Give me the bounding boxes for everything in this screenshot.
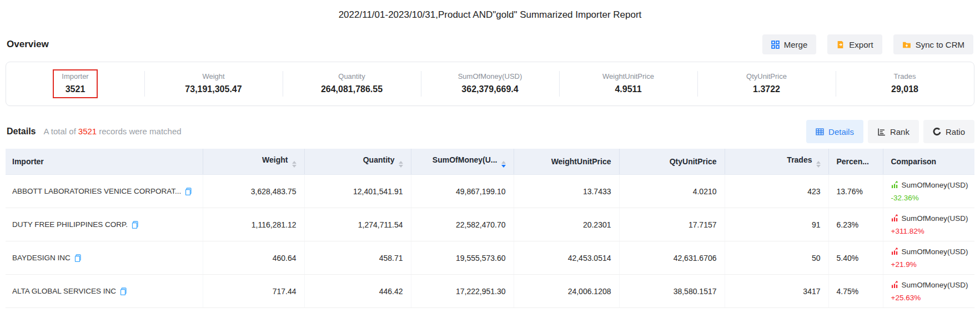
copy-icon[interactable] [132,221,139,229]
col-header-sum-of-money[interactable]: SumOfMoney(U... [411,149,514,175]
tab-rank-label: Rank [890,127,909,137]
stat-value: 264,081,786.55 [321,84,383,94]
stat-label: Trades [891,72,918,80]
percent-cell: 4.75% [828,275,883,308]
comparison-label: SumOfMoney(USD) [902,281,968,289]
stat-sum-of-money: SumOfMoney(USD) 362,379,669.4 [421,70,559,97]
trend-chart-icon [891,181,899,190]
weight-cell: 3,628,483.75 [203,175,304,208]
importer-name[interactable]: BAYDESIGN INC [12,254,71,262]
stat-label: Importer [62,72,88,80]
col-header-weight-unit-price: WeightUnitPrice [514,149,619,175]
export-button-label: Export [849,40,873,49]
col-header-importer: Importer [6,149,203,175]
stat-qty-unit-price: QtyUnitPrice 1.3722 [697,70,836,97]
trades-cell: 3417 [725,275,828,308]
comparison-change: +21.9% [891,261,967,269]
comparison-cell: SumOfMoney(USD) -32.36% [891,181,967,202]
quantity-cell: 458.71 [304,241,411,275]
sort-icon[interactable] [292,161,296,168]
weight-cell: 1,116,281.12 [203,208,304,241]
weight-unit-price-cell: 42,453.0514 [514,241,619,275]
quantity-cell: 1,274,711.54 [304,208,411,241]
overview-heading: Overview [7,39,49,50]
quantity-cell: 446.42 [304,275,411,308]
details-summary: Details A total of3521records were match… [7,127,182,137]
comparison-cell: SumOfMoney(USD) +25.63% [891,281,967,302]
merge-button[interactable]: Merge [762,34,817,54]
stat-label: Weight [185,72,242,80]
sort-icon[interactable] [816,161,821,168]
stat-label: Quantity [321,72,383,80]
table-row: ABBOTT LABORATORIES VENICE CORPORAT... 3… [6,175,974,208]
copy-icon[interactable] [185,188,192,195]
header-row: Overview Merge Export [0,21,980,54]
donut-chart-icon [933,128,941,136]
table-row: ALTA GLOBAL SERVICES INC 717.44 446.42 1… [6,275,974,308]
col-header-weight[interactable]: Weight [203,149,304,175]
action-buttons: Merge Export Sync to CRM [762,34,973,54]
sync-folder-icon [902,41,911,49]
col-header-trades[interactable]: Trades [725,149,828,175]
stat-value: 362,379,669.4 [458,84,522,94]
weight-cell: 460.64 [203,241,304,275]
qty-unit-price-cell: 17.7157 [619,208,725,241]
quantity-cell: 12,401,541.91 [304,175,411,208]
sync-to-crm-button[interactable]: Sync to CRM [893,34,973,54]
stat-value: 4.9511 [602,84,654,94]
col-header-qty-unit-price: QtyUnitPrice [619,149,725,175]
table-row: BAYDESIGN INC 460.64 458.71 19,555,573.6… [6,241,974,275]
trades-cell: 423 [725,175,828,208]
stat-importer: Importer 3521 [6,69,144,98]
tab-details[interactable]: Details [806,120,863,143]
qty-unit-price-cell: 4.0210 [619,175,725,208]
importer-name[interactable]: ABBOTT LABORATORIES VENICE CORPORAT... [12,187,181,195]
export-button[interactable]: Export [827,34,882,54]
comparison-change: +25.63% [891,294,967,302]
page-title: 2022/11/01-2023/10/31,Product AND"gold" … [0,0,980,21]
tab-ratio-label: Ratio [946,127,965,137]
col-header-quantity[interactable]: Quantity [304,149,411,175]
match-count: 3521 [78,127,97,136]
importer-table: Importer Weight Quantity SumOfMoney(U...… [6,149,974,308]
qty-unit-price-cell: 42,631.6706 [619,241,725,275]
comparison-cell: SumOfMoney(USD) +21.9% [891,248,967,269]
table-icon [816,128,824,136]
tab-details-label: Details [828,127,854,137]
tab-ratio[interactable]: Ratio [923,120,974,143]
copy-icon[interactable] [74,254,82,262]
stat-label: WeightUnitPrice [602,72,654,80]
copy-icon[interactable] [120,287,127,295]
stat-weight: Weight 73,191,305.47 [144,70,283,97]
stat-quantity: Quantity 264,081,786.55 [283,70,421,97]
stat-value: 3521 [62,84,88,94]
stat-weight-unit-price: WeightUnitPrice 4.9511 [559,70,697,97]
merge-button-label: Merge [784,40,808,49]
importer-name[interactable]: ALTA GLOBAL SERVICES INC [12,287,116,295]
sort-icon[interactable] [501,161,506,168]
col-header-percent: Percen... [828,149,883,175]
trades-cell: 50 [725,241,828,275]
comparison-cell: SumOfMoney(USD) +311.82% [891,214,967,235]
comparison-change: +311.82% [891,228,967,235]
sort-icon[interactable] [399,161,403,168]
stat-value: 1.3722 [746,84,787,94]
weight-unit-price-cell: 24,006.1208 [514,275,619,308]
details-bar: Details A total of3521records were match… [7,120,974,143]
stat-value: 29,018 [891,84,918,94]
trades-cell: 91 [725,208,828,241]
stat-label: QtyUnitPrice [746,72,787,80]
comparison-label: SumOfMoney(USD) [902,248,968,256]
stat-label: SumOfMoney(USD) [458,72,522,80]
sum-of-money-cell: 17,222,951.30 [411,275,514,308]
importer-report-page: 2022/11/01-2023/10/31,Product AND"gold" … [0,0,980,318]
stat-trades: Trades 29,018 [836,70,974,97]
tab-rank[interactable]: Rank [868,120,919,143]
match-summary: A total of3521records were matched [43,127,181,136]
percent-cell: 13.76% [828,175,883,208]
percent-cell: 6.23% [828,208,883,241]
percent-cell: 5.40% [828,241,883,275]
export-file-icon [836,41,845,49]
importer-name[interactable]: DUTY FREE PHILIPPINES CORP. [12,220,128,229]
comparison-change: -32.36% [891,194,967,202]
